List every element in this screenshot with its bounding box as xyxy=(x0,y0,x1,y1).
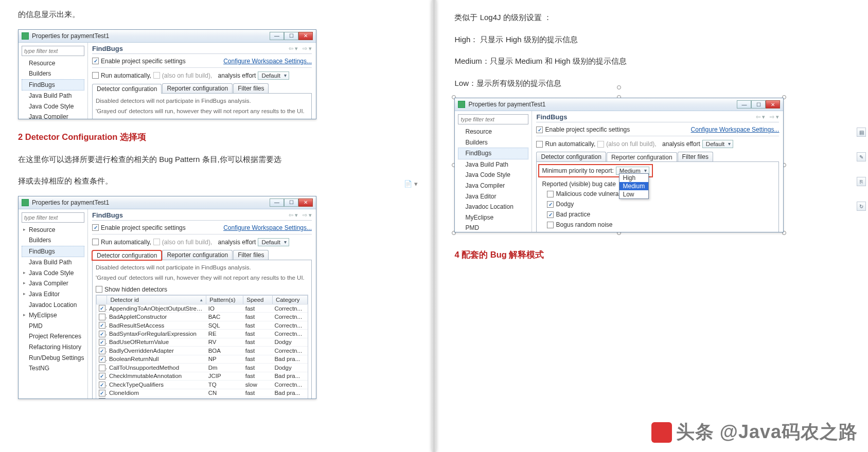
minimize-button[interactable]: — xyxy=(270,198,284,207)
tree-item[interactable]: Java Editor xyxy=(458,191,528,202)
table-row[interactable]: CheckImmutableAnnotationJCIPfastBad pra.… xyxy=(97,372,308,380)
comment-icon[interactable]: ✎ xyxy=(857,152,866,161)
row-checkbox[interactable] xyxy=(99,314,105,320)
category-checkbox[interactable] xyxy=(547,222,554,228)
tree-item[interactable]: Java Build Path xyxy=(22,257,84,268)
cfg-workspace-link[interactable]: Configure Workspace Settings... xyxy=(223,224,312,231)
nav-icons[interactable]: ⇦ ▾ ⇨ ▾ xyxy=(289,212,312,219)
tree-item[interactable]: Refactoring History xyxy=(22,342,84,353)
filter-input[interactable] xyxy=(22,212,84,223)
table-row[interactable]: BadResultSetAccessSQLfastCorrectn... xyxy=(97,321,308,329)
table-row[interactable]: BadUseOfReturnValueRVfastDodgy xyxy=(97,338,308,346)
run-auto-checkbox[interactable] xyxy=(92,239,99,245)
category-row[interactable]: Bad practice xyxy=(547,209,775,220)
category-checkbox[interactable] xyxy=(547,201,554,208)
minimize-button[interactable]: — xyxy=(270,32,284,40)
row-checkbox[interactable] xyxy=(99,348,105,354)
enable-checkbox[interactable] xyxy=(536,126,543,133)
tree-item[interactable]: Resource xyxy=(22,225,84,236)
row-checkbox[interactable] xyxy=(99,356,105,363)
run-auto-checkbox[interactable] xyxy=(536,141,543,148)
show-hidden-checkbox[interactable] xyxy=(96,286,102,293)
enable-checkbox[interactable] xyxy=(92,224,99,231)
editor-side-toolbar[interactable]: ▤ ✎ ⎘ ↻ xyxy=(857,128,867,211)
tab-reporter-config[interactable]: Reporter configuration xyxy=(607,152,677,162)
titlebar[interactable]: Properties for paymentTest1 — ☐ ✕ xyxy=(19,196,316,209)
tree-item[interactable]: FindBugs xyxy=(22,79,84,91)
opt-low[interactable]: Low xyxy=(619,190,648,198)
tree-item[interactable]: Java Compiler xyxy=(22,278,84,289)
tree-item[interactable]: MyEclipse xyxy=(22,310,84,321)
layout-icon[interactable]: ▤ xyxy=(857,128,866,137)
tree-item[interactable]: Java Code Style xyxy=(458,170,528,180)
opt-medium[interactable]: Medium xyxy=(619,182,648,190)
tree-item[interactable]: Java Code Style xyxy=(22,101,84,112)
tab-detector-config[interactable]: Detector configuration xyxy=(92,84,162,94)
tree-item[interactable]: Run/Debug Settings xyxy=(22,353,84,364)
effort-combo[interactable]: Default xyxy=(702,140,733,148)
table-row[interactable]: CallToUnsupportedMethodDmfastDodgy xyxy=(97,364,308,372)
col-category[interactable]: Category xyxy=(272,295,307,304)
row-checkbox[interactable] xyxy=(99,305,105,312)
tab-filter-files[interactable]: Filter files xyxy=(233,83,269,93)
row-checkbox[interactable] xyxy=(99,373,105,379)
effort-combo[interactable]: Default xyxy=(258,71,289,80)
tree-item[interactable]: FindBugs xyxy=(22,246,84,258)
category-checkbox[interactable] xyxy=(547,191,554,197)
enable-checkbox[interactable] xyxy=(92,58,99,64)
detectors-table[interactable]: Detector id Pattern(s) Speed Category Ap… xyxy=(96,295,308,399)
nav-icons[interactable]: ⇦ ▾ ⇨ ▾ xyxy=(289,45,312,52)
table-row[interactable]: CloneIdiomCNfastBad pra... xyxy=(97,389,308,397)
row-checkbox[interactable] xyxy=(99,365,105,371)
nav-icons[interactable]: ⇦ ▾ ⇨ ▾ xyxy=(756,114,779,120)
col-speed[interactable]: Speed xyxy=(243,295,273,304)
category-checkbox[interactable] xyxy=(547,211,554,218)
tree-item[interactable]: Java Compiler xyxy=(22,112,84,119)
row-checkbox[interactable] xyxy=(99,382,105,388)
tab-filter-files[interactable]: Filter files xyxy=(678,152,713,161)
category-row[interactable]: Dodgy xyxy=(547,199,775,209)
tree-item[interactable]: Javadoc Location xyxy=(22,300,84,311)
filter-input[interactable] xyxy=(458,114,528,124)
table-row[interactable]: AppendingToAnObjectOutputStreamIOfastCor… xyxy=(97,304,308,312)
cfg-workspace-link[interactable]: Configure Workspace Settings... xyxy=(223,58,312,65)
tree-item[interactable]: Java Editor xyxy=(22,289,84,300)
tree-item[interactable]: Java Build Path xyxy=(458,159,528,170)
row-checkbox[interactable] xyxy=(99,339,105,346)
tree-item[interactable]: PMD xyxy=(22,321,84,332)
tree-item[interactable]: Project References xyxy=(22,331,84,342)
cfg-workspace-link[interactable]: Configure Workspace Settings... xyxy=(691,126,780,133)
tree-item[interactable]: PMD xyxy=(458,223,528,232)
tree-item[interactable]: FindBugs xyxy=(458,148,528,159)
close-button[interactable]: ✕ xyxy=(298,32,313,40)
tree-item[interactable]: Builders xyxy=(458,137,528,148)
row-checkbox[interactable] xyxy=(99,331,105,337)
tree-item[interactable]: TestNG xyxy=(22,363,84,374)
tab-filter-files[interactable]: Filter files xyxy=(233,250,269,260)
tab-detector-config[interactable]: Detector configuration xyxy=(92,250,162,260)
row-checkbox[interactable] xyxy=(99,398,105,399)
row-checkbox[interactable] xyxy=(99,322,105,329)
minprio-dropdown[interactable]: High Medium Low xyxy=(619,173,649,199)
table-row[interactable]: BadAppletConstructorBACfastCorrectn... xyxy=(97,313,308,321)
table-row[interactable]: BadlyOverriddenAdapterBOAfastCorrectn... xyxy=(97,347,308,355)
minimize-button[interactable]: — xyxy=(737,100,751,109)
maximize-button[interactable]: ☐ xyxy=(284,198,298,207)
col-detector-id[interactable]: Detector id xyxy=(107,295,206,304)
tree-item[interactable]: Java Build Path xyxy=(22,91,84,101)
tree-item[interactable]: MyEclipse xyxy=(458,212,528,223)
table-row[interactable]: ComparatorIdiomSefastBad pra... xyxy=(97,397,308,399)
row-checkbox[interactable] xyxy=(99,390,105,396)
category-row[interactable]: Malicious code vulnera xyxy=(547,189,775,199)
tree-item[interactable]: Resource xyxy=(458,126,528,137)
tree-item[interactable]: Resource xyxy=(22,58,84,69)
filter-input[interactable] xyxy=(22,46,84,56)
opt-high[interactable]: High xyxy=(619,174,648,182)
table-row[interactable]: BadSyntaxForRegularExpressionREfastCorre… xyxy=(97,330,308,338)
tab-reporter-config[interactable]: Reporter configuration xyxy=(162,83,233,93)
chain-icon[interactable]: ⎘ xyxy=(857,177,866,186)
close-button[interactable]: ✕ xyxy=(766,100,780,109)
tab-reporter-config[interactable]: Reporter configuration xyxy=(162,250,233,260)
category-row[interactable]: Bogus random noise xyxy=(547,220,775,230)
tree-item[interactable]: Builders xyxy=(22,68,84,79)
